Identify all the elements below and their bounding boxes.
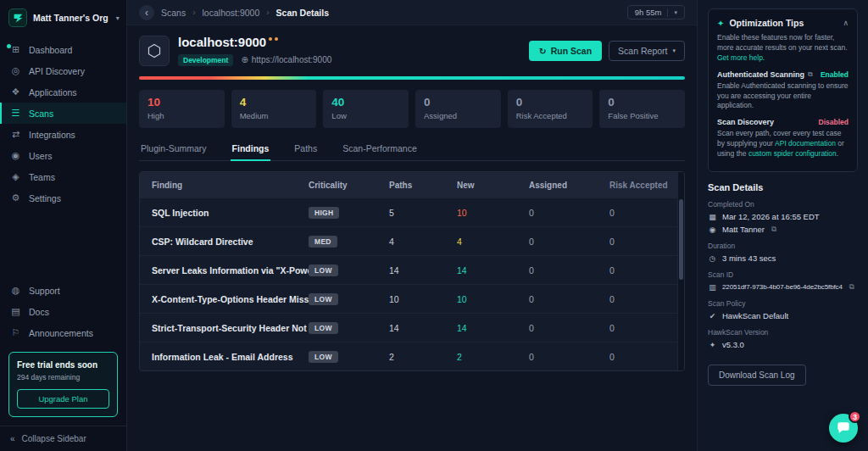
feature-name-link[interactable]: Authenticated Scanning [717, 70, 804, 79]
tab-plugin-summary[interactable]: Plugin-Summary [139, 140, 209, 160]
chat-widget-button[interactable]: 3 [829, 414, 858, 443]
calendar-icon: ▦ [708, 213, 717, 221]
scan-details-heading: Scan Details [708, 182, 858, 192]
authenticated-scanning-feature: Authenticated Scanning ⧉ Enabled [717, 70, 849, 79]
sidebar-item-label: Integrations [29, 130, 75, 140]
environment-badge: Development [178, 54, 233, 66]
back-button[interactable]: ‹ [139, 5, 154, 20]
scan-id-value: 22051df7-973b-4b07-be96-4de2bc5fbfc4 [722, 283, 843, 291]
table-scrollbar[interactable] [677, 172, 684, 370]
scan-id-row: ▥ 22051df7-973b-4b07-be96-4de2bc5fbfc4 ⧉ [708, 282, 858, 292]
sidebar-item-announcements[interactable]: ⚐ Announcements [0, 322, 126, 343]
scan-timer-dropdown[interactable]: 9h 55m ▾ [627, 5, 685, 19]
collapse-sidebar-button[interactable]: « Collapse Sidebar [0, 426, 126, 451]
scrollbar-thumb[interactable] [679, 199, 683, 280]
api-documentation-link[interactable]: API documentation [775, 139, 836, 148]
risk-accepted-cell: 0 [609, 237, 669, 247]
new-cell: 14 [457, 323, 529, 333]
stat-card-low[interactable]: 40 Low [323, 90, 409, 128]
app-hexagon-icon [139, 36, 170, 66]
column-header-assigned[interactable]: Assigned [529, 181, 609, 190]
run-scan-button[interactable]: ↻ Run Scan [529, 41, 602, 61]
right-panel: ✦ Optimization Tips ∧ Enable these featu… [697, 0, 868, 451]
sidebar-item-settings[interactable]: ⚙ Settings [0, 187, 126, 209]
tab-paths[interactable]: Paths [292, 140, 319, 160]
sidebar-item-api-discovery[interactable]: ◎ API Discovery [0, 60, 126, 81]
table-row[interactable]: X-Content-Type-Options Header Miss... LO… [140, 284, 684, 313]
column-header-risk-accepted[interactable]: Risk Accepted [609, 181, 669, 190]
custom-spider-config-link[interactable]: custom spider configuration [748, 149, 837, 158]
table-row[interactable]: Strict-Transport-Security Header Not ...… [140, 313, 684, 342]
org-switcher[interactable]: Matt Tanner's Org ▾ [0, 0, 126, 36]
sidebar-item-applications[interactable]: ❖ Applications [0, 81, 126, 103]
column-header-paths[interactable]: Paths [389, 181, 457, 190]
column-header-criticality[interactable]: Criticality [309, 181, 389, 190]
sidebar-item-integrations[interactable]: ⇄ Integrations [0, 124, 126, 145]
hawkscan-version-value: v5.3.0 [722, 340, 744, 349]
tips-title: Optimization Tips [729, 18, 804, 28]
stat-card-false-positive[interactable]: 0 False Positive [599, 90, 685, 128]
sidebar-item-dashboard[interactable]: ⊞ Dashboard [0, 39, 126, 60]
sidebar-item-users[interactable]: ◉ Users [0, 145, 126, 166]
column-header-new[interactable]: New [457, 181, 529, 190]
table-row[interactable]: CSP: Wildcard Directive MED 4 4 0 0 [140, 226, 684, 255]
sidebar-item-scans[interactable]: ☰ Scans [0, 103, 126, 124]
scan-id-label: Scan ID [708, 270, 858, 279]
scan-discovery-desc: Scan every path, cover every test case b… [717, 129, 849, 159]
sidebar-item-docs[interactable]: ▤ Docs [0, 301, 126, 322]
chevron-up-icon[interactable]: ∧ [843, 19, 849, 27]
completed-on-label: Completed On [708, 200, 858, 209]
download-scan-log-button[interactable]: Download Scan Log [708, 365, 806, 386]
external-link-icon: ⧉ [808, 70, 813, 79]
app-url[interactable]: ⊕ https://localhost:9000 [241, 55, 331, 64]
sidebar-item-support[interactable]: ◍ Support [0, 280, 126, 301]
sidebar-item-teams[interactable]: ◈ Teams [0, 166, 126, 187]
breadcrumb-scans[interactable]: Scans [161, 8, 186, 18]
stat-value: 4 [240, 96, 309, 109]
table-row[interactable]: Server Leaks Information via "X-Powe... … [140, 255, 684, 284]
table-row[interactable]: Information Leak - Email Address LOW 2 2… [140, 342, 684, 370]
breadcrumb-separator-icon: › [192, 8, 195, 17]
column-header-finding[interactable]: Finding [152, 181, 309, 190]
breadcrumb-app[interactable]: localhost:9000 [203, 8, 260, 18]
stat-card-risk-accepted[interactable]: 0 Risk Accepted [508, 90, 593, 128]
stat-label: Low [331, 111, 400, 120]
sidebar-item-label: Settings [29, 193, 61, 203]
criticality-cell: LOW [309, 264, 389, 276]
scan-id-icon: ▥ [708, 283, 717, 292]
stat-card-assigned[interactable]: 0 Assigned [415, 90, 501, 128]
copy-icon[interactable]: ⧉ [849, 282, 854, 292]
severity-distribution-bar [139, 76, 685, 80]
tab-findings[interactable]: Findings [231, 140, 271, 161]
trial-banner: Free trial ends soon 294 days remaining … [8, 352, 118, 417]
risk-accepted-cell: 0 [609, 352, 669, 362]
criticality-badge: LOW [309, 351, 338, 363]
dashboard-icon: ⊞ [10, 44, 21, 55]
criticality-cell: LOW [309, 322, 389, 334]
finding-name: X-Content-Type-Options Header Miss... [152, 294, 309, 304]
table-row[interactable]: SQL Injection HIGH 5 10 0 0 [140, 198, 684, 226]
completed-date: Mar 12, 2026 at 16:55 EDT [722, 212, 820, 221]
tab-scan-performance[interactable]: Scan-Performance [341, 140, 419, 160]
scan-timer-value: 9h 55m [635, 8, 662, 17]
scan-report-button[interactable]: Scan Report ▾ [609, 41, 685, 61]
applications-icon: ❖ [10, 86, 21, 97]
support-icon: ◍ [10, 285, 21, 296]
finding-name: Strict-Transport-Security Header Not ... [152, 323, 309, 333]
new-cell: 2 [457, 352, 529, 362]
upgrade-plan-button[interactable]: Upgrade Plan [17, 389, 109, 409]
stat-label: High [147, 111, 216, 120]
stat-label: Medium [240, 111, 309, 120]
user-icon: ◉ [708, 226, 717, 234]
sidebar-nav: ⊞ Dashboard ◎ API Discovery ❖ Applicatio… [0, 39, 126, 209]
chevron-down-icon: ▾ [674, 9, 677, 16]
copy-icon[interactable]: ⧉ [771, 225, 776, 234]
stat-card-medium[interactable]: 4 Medium [231, 90, 317, 128]
chat-bubble-icon [837, 421, 850, 435]
scan-policy-value: HawkScan Default [722, 311, 788, 320]
scan-discovery-feature: Scan Discovery Disabled [717, 118, 849, 126]
new-cell: 14 [457, 265, 529, 276]
scan-details-page: localhost:9000 Development ⊕ https://loc… [127, 25, 697, 451]
stat-card-high[interactable]: 10 High [139, 90, 225, 128]
get-more-help-link[interactable]: Get more help. [717, 53, 765, 62]
